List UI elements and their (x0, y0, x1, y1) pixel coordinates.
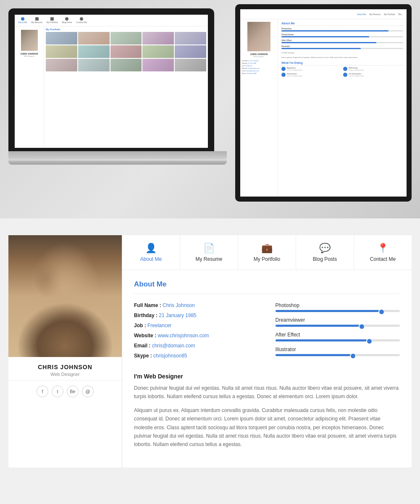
profile-card-container: CHRIS JOHNSON Web Designer f t Be @ 👤 Ab… (8, 235, 412, 467)
info-website: Website : www.chrisjohnson.com (134, 333, 259, 339)
resume-icon: 📄 (203, 243, 215, 254)
info-col: Full Name : Chris Johnson Birthday : 21 … (134, 302, 259, 363)
contact-icon: 📍 (377, 243, 388, 254)
skill-dreamviewer: Dreamviewer (276, 317, 400, 327)
nav-tabs: 👤 About Me 📄 My Resume 💼 My Portfolio 💬 … (122, 235, 412, 270)
bio-section: I'm Web Designer Donec pulvinar feugiat … (134, 373, 400, 449)
info-skype: Skype : chrisjohnson85 (134, 353, 259, 359)
blog-icon: 💬 (319, 243, 331, 254)
content-area: 👤 About Me 📄 My Resume 💼 My Portfolio 💬 … (122, 235, 412, 467)
profile-name: CHRIS JOHNSON (8, 364, 122, 370)
tab-portfolio-label: My Portfolio (254, 256, 280, 262)
bio-paragraph-2: Aliquam ut purus ex. Aliquam interdum co… (134, 406, 400, 449)
skill-dreamviewer-bar (276, 325, 365, 327)
facebook-icon[interactable]: f (37, 386, 48, 397)
section-title: About Me (134, 280, 400, 289)
tab-portfolio[interactable]: 💼 My Portfolio (238, 235, 296, 270)
tab-contact-label: Contact Me (370, 256, 396, 262)
tab-about-label: About Me (140, 256, 162, 262)
info-skills-row: Full Name : Chris Johnson Birthday : 21 … (134, 302, 400, 363)
skill-photoshop-bar (276, 310, 385, 312)
skills-col: Photoshop Dreamviewer Afte (276, 302, 400, 363)
skill-aftereffect-bar (276, 339, 373, 341)
about-icon: 👤 (145, 243, 157, 254)
skill-illustrator-bar (276, 354, 357, 356)
behance-icon[interactable]: Be (67, 386, 79, 397)
email-icon[interactable]: @ (82, 386, 94, 397)
skill-aftereffect: After Effect (276, 332, 400, 341)
bio-title: I'm Web Designer (134, 373, 400, 380)
tablet-mockup: About Me My Resume My Portfolio Blo... C… (235, 4, 420, 210)
info-birthday: Birthday : 21 January 1985 (134, 312, 259, 318)
portfolio-icon: 💼 (261, 243, 273, 254)
twitter-icon[interactable]: t (52, 386, 63, 397)
about-section: About Me Full Name : Chris Johnson Birth… (122, 270, 412, 467)
info-fullname: Full Name : Chris Johnson (134, 302, 259, 308)
skill-photoshop: Photoshop (276, 302, 400, 312)
top-section: About Me My Resume My Portfolio Blo (0, 0, 420, 218)
info-job: Job : Freelancer (134, 323, 259, 328)
tab-resume[interactable]: 📄 My Resume (180, 235, 238, 270)
skill-illustrator: Illustrator (276, 346, 400, 356)
tab-resume-label: My Resume (195, 256, 222, 262)
tab-blog[interactable]: 💬 Blog Posts (296, 235, 354, 270)
bio-paragraph-1: Donec pulvinar feugiat dui vel egestas. … (134, 384, 400, 401)
profile-job: Web Designer (8, 372, 122, 377)
tab-contact[interactable]: 📍 Contact Me (354, 235, 412, 270)
social-links: f t Be @ (37, 381, 94, 402)
laptop-mockup: About Me My Resume My Portfolio Blo (8, 8, 227, 193)
profile-info: CHRIS JOHNSON Web Designer (8, 357, 122, 381)
profile-photo (8, 235, 122, 357)
info-email: Email : chris@domain.com (134, 343, 259, 349)
section-divider (134, 294, 400, 294)
profile-card: CHRIS JOHNSON Web Designer f t Be @ (8, 235, 122, 467)
tab-about[interactable]: 👤 About Me (122, 235, 180, 270)
bottom-section: CHRIS JOHNSON Web Designer f t Be @ 👤 Ab… (0, 218, 420, 504)
tab-blog-label: Blog Posts (313, 256, 337, 262)
